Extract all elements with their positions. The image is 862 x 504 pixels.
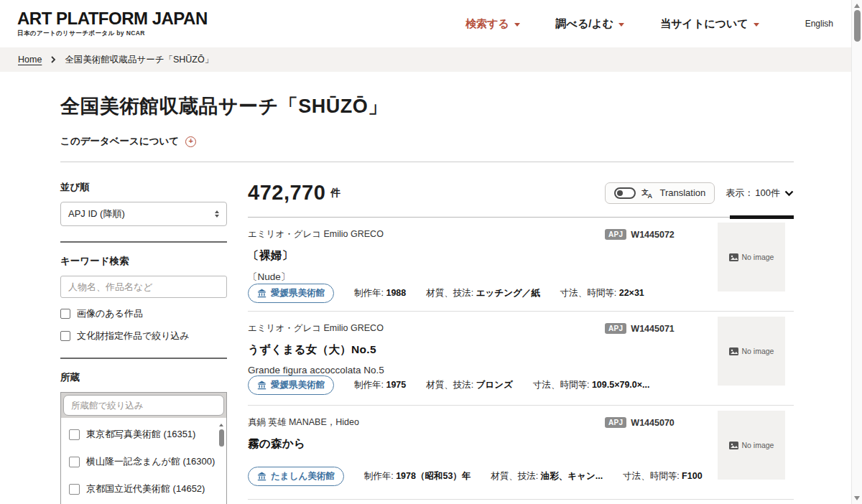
checkbox[interactable] bbox=[60, 309, 70, 319]
caret-down-icon bbox=[754, 23, 759, 27]
divider bbox=[60, 241, 227, 243]
apj-id: W1445071 bbox=[631, 324, 674, 334]
filter-sidebar: 並び順 APJ ID (降順) キーワード検索 画像のある作品 文化財指定作品で bbox=[60, 181, 227, 504]
work-subtitle: Grande figura accoccolata No.5 bbox=[248, 365, 605, 375]
meta-material: 材質、技法: ブロンズ bbox=[426, 379, 513, 391]
active-tab-indicator bbox=[730, 215, 794, 219]
result-card[interactable]: 真鍋 英雄 MANABE，Hideo 霧の森から たましん美術館 bbox=[248, 406, 794, 500]
keyword-search-label: キーワード検索 bbox=[60, 255, 227, 268]
list-scrollbar[interactable] bbox=[218, 424, 224, 447]
caret-down-icon bbox=[618, 23, 624, 27]
checkbox[interactable] bbox=[60, 331, 70, 341]
apj-badge: APJ bbox=[605, 229, 626, 240]
breadcrumb: Home 全国美術館収蔵品サーチ「SHŪZŌ」 bbox=[0, 47, 862, 72]
breadcrumb-current: 全国美術館収蔵品サーチ「SHŪZŌ」 bbox=[65, 54, 213, 66]
nav-research[interactable]: 調べる/よむ bbox=[556, 17, 625, 31]
sort-label: 並び順 bbox=[60, 181, 227, 194]
meta-material: 材質、技法: 油彩、キャン... bbox=[491, 470, 603, 482]
museum-pill[interactable]: たましん美術館 bbox=[248, 467, 344, 486]
translation-icon: 文 A bbox=[641, 187, 654, 199]
breadcrumb-home-link[interactable]: Home bbox=[18, 55, 42, 65]
museum-pill[interactable]: 愛媛県美術館 bbox=[248, 284, 334, 303]
checkbox[interactable] bbox=[69, 429, 80, 440]
image-placeholder-icon bbox=[729, 442, 738, 449]
circle-plus-icon: + bbox=[185, 136, 196, 147]
apj-id: W1445070 bbox=[631, 418, 674, 428]
content: 全国美術館収蔵品サーチ「SHŪZŌ」 このデータベースについて + 並び順 AP… bbox=[0, 93, 862, 504]
per-page-select[interactable]: 表示： 100件 bbox=[726, 187, 794, 200]
collection-label: 所蔵 bbox=[60, 371, 227, 384]
result-card[interactable]: エミリオ・グレコ Emilio GRECO うずくまる女（大）No.5 Gran… bbox=[248, 312, 794, 406]
chevron-right-icon bbox=[50, 56, 56, 63]
artist-name: 真鍋 英雄 MANABE，Hideo bbox=[248, 416, 605, 429]
scroll-down-icon[interactable] bbox=[854, 496, 860, 500]
about-database-link[interactable]: このデータベースについて + bbox=[60, 135, 794, 148]
divider bbox=[60, 162, 794, 162]
page-title: 全国美術館収蔵品サーチ「SHŪZŌ」 bbox=[60, 93, 794, 119]
result-count-unit: 件 bbox=[330, 187, 340, 200]
image-placeholder-icon bbox=[729, 347, 738, 355]
result-card[interactable]: エミリオ・グレコ Emilio GRECO 〔裸婦〕 〔Nude〕 愛媛県美術館 bbox=[248, 218, 794, 312]
svg-text:A: A bbox=[648, 192, 653, 199]
page: ART PLATFORM JAPAN 日本のアートのリサーチポータル by NC… bbox=[0, 0, 862, 504]
meta-material: 材質、技法: エッチング／紙 bbox=[426, 287, 539, 299]
museum-icon bbox=[257, 381, 267, 390]
logo-subtitle: 日本のアートのリサーチポータル by NCAR bbox=[17, 29, 208, 38]
page-scrollbar[interactable] bbox=[851, 0, 862, 504]
nav-about-site[interactable]: 当サイトについて bbox=[660, 17, 759, 31]
result-count: 472,770 bbox=[248, 181, 325, 205]
filter-cultural-property[interactable]: 文化財指定作品で絞り込み bbox=[60, 330, 227, 342]
caret-down-icon bbox=[514, 23, 520, 27]
meta-year: 制作年: 1975 bbox=[354, 379, 406, 391]
museum-filter-box: 東京都写真美術館 (16351) 横山隆一記念まんが館 (16300) 京都国立… bbox=[60, 392, 227, 504]
translation-toggle[interactable] bbox=[614, 187, 636, 199]
thumbnail-no-image[interactable]: No image bbox=[718, 317, 785, 386]
translation-button[interactable]: 文 A Translation bbox=[605, 182, 715, 204]
scrollbar-thumb[interactable] bbox=[854, 10, 861, 42]
artist-name: エミリオ・グレコ Emilio GRECO bbox=[248, 228, 605, 241]
results-area: 472,770 件 文 A Translation 表示： bbox=[248, 181, 794, 504]
thumbnail-no-image[interactable]: No image bbox=[718, 223, 785, 291]
apj-badge: APJ bbox=[605, 323, 626, 334]
nav-search[interactable]: 検索する bbox=[465, 17, 520, 31]
museum-list: 東京都写真美術館 (16351) 横山隆一記念まんが館 (16300) 京都国立… bbox=[61, 418, 226, 504]
checkbox[interactable] bbox=[69, 457, 80, 467]
work-title[interactable]: 〔裸婦〕 bbox=[248, 248, 605, 263]
chevron-down-icon bbox=[784, 190, 794, 197]
museum-icon bbox=[257, 472, 267, 481]
keyword-input[interactable] bbox=[60, 276, 227, 298]
work-title[interactable]: うずくまる女（大）No.5 bbox=[248, 342, 605, 358]
meta-year: 制作年: 1978（昭和53）年 bbox=[364, 470, 471, 482]
museum-option[interactable]: 京都国立近代美術館 (14652) bbox=[61, 475, 226, 503]
museum-option[interactable]: 東京都写真美術館 (16351) bbox=[61, 421, 226, 448]
filter-has-image[interactable]: 画像のある作品 bbox=[60, 307, 227, 320]
scroll-up-icon[interactable] bbox=[219, 424, 223, 426]
result-card[interactable]: 真鍋 英雄 MANABE，Hideo APJ W1445069 bbox=[248, 500, 794, 504]
language-switch[interactable]: English bbox=[805, 19, 833, 29]
thumbnail-no-image[interactable]: No image bbox=[718, 411, 785, 480]
museum-option[interactable]: 横山隆一記念まんが館 (16300) bbox=[61, 448, 226, 475]
work-title[interactable]: 霧の森から bbox=[248, 437, 605, 452]
scrollbar-thumb[interactable] bbox=[219, 429, 224, 447]
divider bbox=[60, 358, 227, 359]
sort-select[interactable]: APJ ID (降順) bbox=[60, 202, 227, 226]
artist-name: エミリオ・グレコ Emilio GRECO bbox=[248, 322, 605, 335]
scroll-up-icon[interactable] bbox=[854, 4, 860, 8]
checkbox[interactable] bbox=[69, 484, 80, 495]
main-nav: 検索する 調べる/よむ 当サイトについて English bbox=[465, 17, 833, 31]
image-placeholder-icon bbox=[729, 253, 738, 261]
museum-icon bbox=[257, 289, 267, 298]
work-subtitle: 〔Nude〕 bbox=[248, 271, 605, 284]
logo-title: ART PLATFORM JAPAN bbox=[17, 9, 208, 27]
apj-badge: APJ bbox=[605, 417, 626, 428]
museum-filter-input[interactable] bbox=[63, 395, 224, 416]
logo[interactable]: ART PLATFORM JAPAN 日本のアートのリサーチポータル by NC… bbox=[17, 9, 208, 38]
results-header: 472,770 件 文 A Translation 表示： bbox=[248, 181, 794, 218]
up-down-carets-icon bbox=[215, 210, 219, 218]
site-header: ART PLATFORM JAPAN 日本のアートのリサーチポータル by NC… bbox=[0, 0, 862, 47]
apj-id: W1445072 bbox=[631, 230, 674, 240]
meta-year: 制作年: 1988 bbox=[354, 287, 406, 299]
museum-pill[interactable]: 愛媛県美術館 bbox=[248, 375, 334, 395]
